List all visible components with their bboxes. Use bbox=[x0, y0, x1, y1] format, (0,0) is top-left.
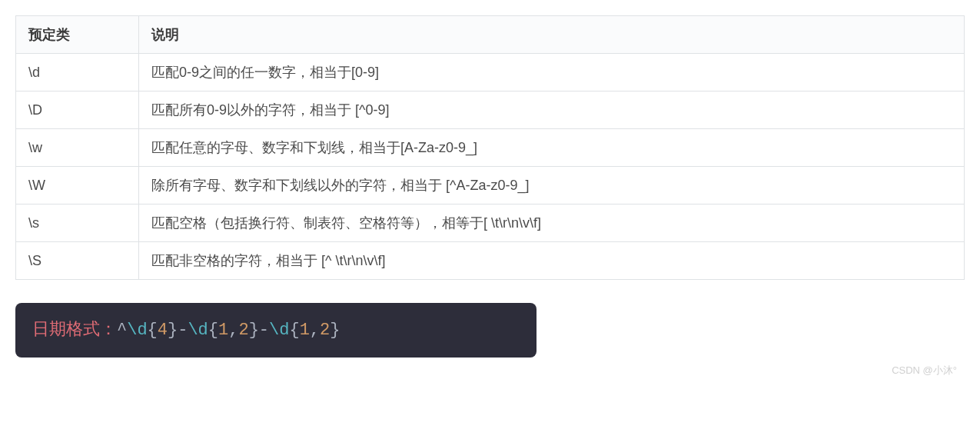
code-token: } bbox=[330, 321, 340, 340]
table-row: \W除所有字母、数字和下划线以外的字符，相当于 [^A-Za-z0-9_] bbox=[16, 167, 965, 205]
code-token: 1 bbox=[218, 321, 228, 340]
cell-pattern: \d bbox=[16, 54, 139, 91]
code-token: 4 bbox=[158, 321, 168, 340]
code-token: { bbox=[208, 321, 218, 340]
cell-desc: 匹配所有0-9以外的字符，相当于 [^0-9] bbox=[139, 91, 965, 129]
code-token: ^ bbox=[117, 321, 127, 340]
code-token: , bbox=[228, 321, 238, 340]
table-row: \w匹配任意的字母、数字和下划线，相当于[A-Za-z0-9_] bbox=[16, 129, 965, 167]
cell-desc: 匹配非空格的字符，相当于 [^ \t\r\n\v\f] bbox=[139, 242, 965, 280]
code-token: \d bbox=[188, 321, 208, 340]
cell-desc: 匹配0-9之间的任一数字，相当于[0-9] bbox=[139, 54, 965, 91]
cell-pattern: \s bbox=[16, 205, 139, 242]
cell-desc: 匹配任意的字母、数字和下划线，相当于[A-Za-z0-9_] bbox=[139, 129, 965, 167]
code-token: 2 bbox=[238, 321, 248, 340]
cell-pattern: \W bbox=[16, 167, 139, 205]
code-token: 1 bbox=[300, 321, 310, 340]
header-pattern: 预定类 bbox=[16, 16, 139, 54]
table-row: \s匹配空格（包括换行符、制表符、空格符等），相等于[ \t\r\n\v\f] bbox=[16, 205, 965, 242]
code-token: \d bbox=[269, 321, 289, 340]
code-token: { bbox=[148, 321, 158, 340]
table-header-row: 预定类 说明 bbox=[16, 16, 965, 54]
cell-pattern: \w bbox=[16, 129, 139, 167]
table-row: \D匹配所有0-9以外的字符，相当于 [^0-9] bbox=[16, 91, 965, 129]
table-row: \S匹配非空格的字符，相当于 [^ \t\r\n\v\f] bbox=[16, 242, 965, 280]
cell-pattern: \S bbox=[16, 242, 139, 280]
code-token: \d bbox=[127, 321, 147, 340]
code-token: - bbox=[259, 321, 269, 340]
cell-pattern: \D bbox=[16, 91, 139, 129]
watermark: CSDN @小沐° bbox=[15, 364, 965, 377]
code-token: { bbox=[289, 321, 299, 340]
code-token: 2 bbox=[320, 321, 330, 340]
code-block: 日期格式：^\d{4}-\d{1,2}-\d{1,2} bbox=[15, 303, 537, 358]
code-label: 日期格式： bbox=[32, 321, 117, 340]
table-row: \d匹配0-9之间的任一数字，相当于[0-9] bbox=[16, 54, 965, 91]
code-token: - bbox=[178, 321, 188, 340]
cell-desc: 除所有字母、数字和下划线以外的字符，相当于 [^A-Za-z0-9_] bbox=[139, 167, 965, 205]
regex-class-table: 预定类 说明 \d匹配0-9之间的任一数字，相当于[0-9]\D匹配所有0-9以… bbox=[15, 15, 965, 280]
code-token: } bbox=[168, 321, 178, 340]
code-token: } bbox=[249, 321, 259, 340]
cell-desc: 匹配空格（包括换行符、制表符、空格符等），相等于[ \t\r\n\v\f] bbox=[139, 205, 965, 242]
code-token: , bbox=[310, 321, 320, 340]
header-desc: 说明 bbox=[139, 16, 965, 54]
